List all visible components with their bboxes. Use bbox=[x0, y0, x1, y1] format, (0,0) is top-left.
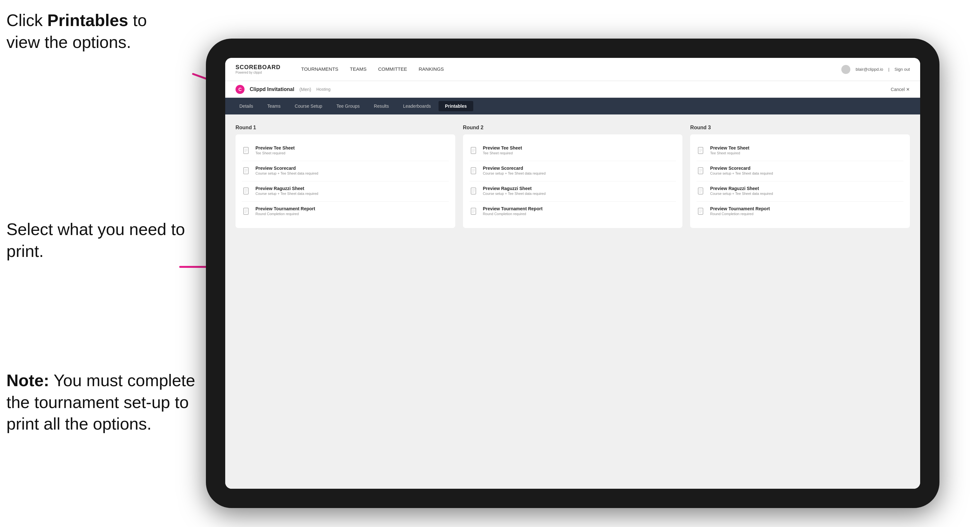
round-2-raguzzi[interactable]: Preview Raguzzi Sheet Course setup + Tee… bbox=[469, 181, 676, 202]
round-3-scorecard[interactable]: Preview Scorecard Course setup + Tee She… bbox=[697, 161, 904, 181]
division-badge: (Men) bbox=[299, 87, 312, 92]
instruction-top: Click Printables toview the options. bbox=[6, 10, 147, 53]
tournament-name: Clippd Invitational bbox=[250, 86, 294, 92]
round-2-tournament-report[interactable]: Preview Tournament Report Round Completi… bbox=[469, 202, 676, 222]
round-1-tee-sheet[interactable]: Preview Tee Sheet Tee Sheet required bbox=[242, 141, 449, 161]
round-2-raguzzi-text: Preview Raguzzi Sheet Course setup + Tee… bbox=[483, 186, 546, 195]
user-email: blair@clippd.io bbox=[856, 67, 883, 72]
tab-printables[interactable]: Printables bbox=[439, 101, 473, 111]
nav-tournaments[interactable]: TOURNAMENTS bbox=[301, 66, 339, 72]
round-3-card: Preview Tee Sheet Tee Sheet required bbox=[690, 134, 910, 228]
document-icon bbox=[697, 207, 706, 217]
main-content: Round 1 bbox=[225, 114, 920, 489]
round-3-section: Round 3 bbox=[690, 125, 910, 228]
document-icon bbox=[242, 207, 251, 217]
tab-results[interactable]: Results bbox=[368, 101, 395, 111]
tournament-icon: C bbox=[235, 85, 245, 94]
tablet-screen: SCOREBOARD Powered by clippd TOURNAMENTS… bbox=[225, 58, 920, 489]
tab-teams[interactable]: Teams bbox=[261, 101, 287, 111]
top-nav: SCOREBOARD Powered by clippd TOURNAMENTS… bbox=[225, 58, 920, 81]
tab-details[interactable]: Details bbox=[233, 101, 259, 111]
nav-teams[interactable]: TEAMS bbox=[350, 66, 367, 72]
round-1-raguzzi-text: Preview Raguzzi Sheet Course setup + Tee… bbox=[255, 186, 318, 195]
document-icon bbox=[697, 146, 706, 156]
instruction-mid-text: Select what you need to print. bbox=[6, 220, 185, 260]
sub-header: C Clippd Invitational (Men) Hosting Canc… bbox=[225, 81, 920, 98]
round-1-raguzzi[interactable]: Preview Raguzzi Sheet Course setup + Tee… bbox=[242, 181, 449, 202]
round-3-tournament-report-text: Preview Tournament Report Round Completi… bbox=[710, 206, 770, 216]
round-1-tournament-report[interactable]: Preview Tournament Report Round Completi… bbox=[242, 202, 449, 222]
round-2-title: Round 2 bbox=[463, 125, 683, 130]
nav-right: blair@clippd.io | Sign out bbox=[842, 65, 910, 74]
round-3-tee-sheet-text: Preview Tee Sheet Tee Sheet required bbox=[710, 145, 749, 155]
round-1-card: Preview Tee Sheet Tee Sheet required bbox=[235, 134, 455, 228]
instruction-bottom: Note: You must complete the tournament s… bbox=[6, 370, 206, 435]
brand: SCOREBOARD Powered by clippd bbox=[235, 64, 280, 74]
document-icon bbox=[697, 186, 706, 197]
round-2-tee-sheet[interactable]: Preview Tee Sheet Tee Sheet required bbox=[469, 141, 676, 161]
round-1-title: Round 1 bbox=[235, 125, 455, 130]
printables-bold: Printables bbox=[47, 11, 128, 30]
tablet-device: SCOREBOARD Powered by clippd TOURNAMENTS… bbox=[206, 38, 939, 508]
round-1-tee-sheet-text: Preview Tee Sheet Tee Sheet required bbox=[255, 145, 295, 155]
tab-leaderboards[interactable]: Leaderboards bbox=[397, 101, 437, 111]
document-icon bbox=[469, 146, 479, 156]
instruction-top-text: Click Printables toview the options. bbox=[6, 11, 147, 51]
brand-title: SCOREBOARD bbox=[235, 64, 280, 71]
round-1-tournament-report-text: Preview Tournament Report Round Completi… bbox=[255, 206, 315, 216]
round-1-section: Round 1 bbox=[235, 125, 455, 228]
round-2-scorecard[interactable]: Preview Scorecard Course setup + Tee She… bbox=[469, 161, 676, 181]
brand-sub: Powered by clippd bbox=[235, 71, 280, 74]
document-icon bbox=[469, 186, 479, 197]
round-1-scorecard-text: Preview Scorecard Course setup + Tee She… bbox=[255, 166, 318, 175]
round-3-raguzzi[interactable]: Preview Raguzzi Sheet Course setup + Tee… bbox=[697, 181, 904, 202]
round-2-tee-sheet-text: Preview Tee Sheet Tee Sheet required bbox=[483, 145, 522, 155]
document-icon bbox=[242, 186, 251, 197]
instruction-mid: Select what you need to print. bbox=[6, 219, 193, 262]
round-3-raguzzi-text: Preview Raguzzi Sheet Course setup + Tee… bbox=[710, 186, 773, 195]
nav-committee[interactable]: COMMITTEE bbox=[378, 66, 407, 72]
hosting-badge: Hosting bbox=[316, 87, 331, 92]
round-2-tournament-report-text: Preview Tournament Report Round Completi… bbox=[483, 206, 543, 216]
round-3-tee-sheet[interactable]: Preview Tee Sheet Tee Sheet required bbox=[697, 141, 904, 161]
document-icon bbox=[469, 166, 479, 176]
nav-links: TOURNAMENTS TEAMS COMMITTEE RANKINGS bbox=[301, 66, 826, 72]
cancel-button[interactable]: Cancel ✕ bbox=[891, 87, 910, 92]
round-1-scorecard[interactable]: Preview Scorecard Course setup + Tee She… bbox=[242, 161, 449, 181]
tab-tee-groups[interactable]: Tee Groups bbox=[330, 101, 366, 111]
tab-bar: Details Teams Course Setup Tee Groups Re… bbox=[225, 98, 920, 114]
tab-course-setup[interactable]: Course Setup bbox=[288, 101, 329, 111]
separator: | bbox=[888, 67, 889, 72]
nav-rankings[interactable]: RANKINGS bbox=[418, 66, 444, 72]
document-icon bbox=[242, 146, 251, 156]
rounds-grid: Round 1 bbox=[235, 125, 910, 228]
round-2-card: Preview Tee Sheet Tee Sheet required bbox=[463, 134, 683, 228]
document-icon bbox=[697, 166, 706, 176]
round-3-scorecard-text: Preview Scorecard Course setup + Tee She… bbox=[710, 166, 773, 175]
sign-out-link[interactable]: Sign out bbox=[894, 67, 910, 72]
round-3-title: Round 3 bbox=[690, 125, 910, 130]
user-avatar bbox=[842, 65, 850, 74]
round-2-scorecard-text: Preview Scorecard Course setup + Tee She… bbox=[483, 166, 546, 175]
round-2-section: Round 2 bbox=[463, 125, 683, 228]
round-3-tournament-report[interactable]: Preview Tournament Report Round Completi… bbox=[697, 202, 904, 222]
document-icon bbox=[242, 166, 251, 176]
note-bold: Note: bbox=[6, 371, 49, 390]
document-icon bbox=[469, 207, 479, 217]
